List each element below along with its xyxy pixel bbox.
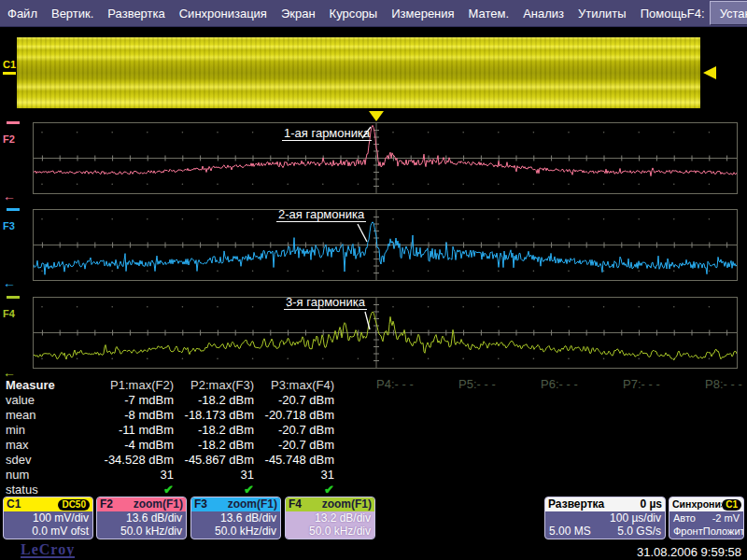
measure-cell: -20.718 dBm [254, 408, 334, 422]
channel-box-f4[interactable]: F4 zoom(F1) 13.2 dB/div 50.0 kHz/div [285, 497, 375, 539]
f3-zero-arrow-icon[interactable]: ← [3, 278, 16, 287]
channel-box-f3[interactable]: F3 zoom(F1) 13.6 dB/div 50.0 kHz/div [190, 497, 281, 539]
measure-cell: -45.867 dBm [174, 453, 254, 467]
menu-item-анализ[interactable]: Анализ [523, 7, 564, 21]
measure-col-empty: P6:- - - [541, 377, 623, 391]
measure-row-max: max-4 mdBm-18.2 dBm-20.7 dBm [0, 437, 747, 452]
channel-box-c1[interactable]: C1 DC50 100 mV/div 0.0 mV ofst [3, 497, 93, 539]
measure-cell: 31 [71, 468, 174, 482]
f4-source-label: zoom(F1) [322, 497, 372, 511]
menu-item-экран[interactable]: Экран [281, 7, 316, 21]
measure-cell: -18.2 dBm [174, 423, 254, 437]
channel-box-f2[interactable]: F2 zoom(F1) 13.6 dB/div 50.0 kHz/div [96, 497, 187, 539]
trigger-delay-marker-icon[interactable] [369, 111, 384, 121]
measure-row-num: num313131 [0, 467, 747, 482]
measure-row-label: sdev [0, 453, 71, 467]
menu-items: ФайлВертик.РазверткаСинхронизацияЭкранКу… [0, 7, 687, 21]
measure-col-empty: P5:- - - [458, 377, 541, 391]
f2-trace-label: F2 [3, 133, 15, 145]
annotation-f4: 3-я гармоника [284, 296, 367, 310]
menu-item-развертка[interactable]: Развертка [107, 7, 164, 21]
f2-zero-arrow-icon[interactable]: ← [3, 191, 16, 201]
f4-box-label: F4 [289, 497, 302, 511]
measure-col-p3: P3:max(F4) [254, 378, 334, 392]
f4-shortcut-label: F4: [687, 7, 705, 21]
trace-f4 [34, 298, 737, 368]
f2-dbdiv: 13.6 dB/div [101, 511, 182, 525]
timebase-rate: 5.0 GS/s [617, 525, 661, 538]
measure-col-p2: P2:max(F3) [174, 378, 254, 392]
menu-item-измерения[interactable]: Измерения [391, 7, 454, 21]
c1-box-label: C1 [7, 497, 21, 511]
c1-offset-marker-icon[interactable] [3, 72, 16, 75]
measure-row-status: status✔✔✔ [0, 482, 747, 497]
menu-item-матем[interactable]: Матем. [469, 7, 510, 21]
timebase-title: Развертка [548, 497, 604, 511]
c1-offset: 0.0 mV ofst [7, 525, 89, 538]
measure-cell: -4 mdBm [71, 438, 174, 452]
measure-col-empty: P7:- - - [623, 377, 705, 391]
f4-zero-arrow-icon[interactable]: ← [3, 368, 16, 377]
f4-offset-marker-icon[interactable] [7, 296, 20, 299]
f3-box-label: F3 [194, 497, 207, 511]
measure-cell: 31 [254, 468, 334, 482]
status-check-icon: ✔ [71, 483, 174, 497]
trigger-source-badge: C1 [722, 499, 741, 511]
trigger-level: -2 mV [712, 511, 740, 525]
f2-offset-marker-icon[interactable] [7, 121, 20, 124]
timebase-box[interactable]: Развертка 0 µs 100 µs/div 5.00 MS 5.0 GS… [544, 497, 666, 539]
menu-item-утилиты[interactable]: Утилиты [578, 7, 627, 21]
c1-waveform [17, 37, 700, 108]
fft-panel-f4 [33, 297, 738, 369]
menu-item-файл[interactable]: Файл [7, 7, 37, 21]
measure-cell: 31 [174, 468, 254, 482]
annotation-f2: 1-ая гармоника [282, 127, 372, 141]
measure-rows: value-7 mdBm-18.2 dBm-20.7 dBmmean-8 mdB… [0, 392, 747, 497]
c1-coupling-badge: DC50 [58, 499, 90, 511]
measure-cell: -18.173 dBm [174, 408, 254, 422]
measure-cell: -20.7 dBm [254, 423, 334, 437]
measure-row-min: min-11 mdBm-18.2 dBm-20.7 dBm [0, 422, 747, 437]
menu-item-синхронизация[interactable]: Синхронизация [179, 7, 267, 21]
lecroy-logo: LeCroy [21, 542, 75, 558]
measure-row-sdev: sdev-34.528 dBm-45.867 dBm-45.748 dBm [0, 452, 747, 467]
timebase-scale: 100 µs/div [545, 511, 665, 525]
measure-cell: -8 mdBm [71, 408, 174, 422]
measure-row-label: mean [0, 408, 71, 422]
measure-cell: -45.748 dBm [254, 453, 334, 467]
trigger-box[interactable]: Синхронизац C1 Авто -2 mV Фронт Положит [669, 497, 744, 539]
f3-offset-marker-icon[interactable] [7, 208, 20, 211]
f4-dbdiv: 13.2 dB/div [289, 511, 371, 525]
trigger-mode: Авто [673, 511, 696, 525]
measure-row-label: min [0, 423, 71, 437]
f4-hzdiv: 50.0 kHz/div [289, 525, 371, 538]
menu-item-вертик[interactable]: Вертик. [51, 7, 93, 21]
setup-button[interactable]: Установки [710, 1, 747, 25]
measure-cell: -20.7 dBm [254, 393, 334, 407]
measure-cell: -34.528 dBm [71, 453, 174, 467]
oscilloscope-screen: ФайлВертик.РазверткаСинхронизацияЭкранКу… [0, 0, 747, 560]
f3-dbdiv: 13.6 dB/div [195, 511, 276, 525]
menu-item-помощь[interactable]: Помощь [641, 7, 687, 21]
measure-row-value: value-7 mdBm-18.2 dBm-20.7 dBm [0, 392, 747, 407]
measure-empty-columns: P4:- - -P5:- - -P6:- - -P7:- - -P8:- - - [376, 377, 747, 391]
menu-item-курсоры[interactable]: Курсоры [330, 7, 378, 21]
measure-cell: -7 mdBm [71, 393, 174, 407]
f3-hzdiv: 50.0 kHz/div [195, 525, 276, 538]
measure-row-label: value [0, 393, 71, 407]
timebase-delay: 0 µs [640, 497, 662, 511]
f2-source-label: zoom(F1) [134, 497, 183, 511]
measure-row-label: num [0, 468, 71, 482]
measure-table: Measure P1:max(F2) P2:max(F3) P3:max(F4)… [0, 377, 747, 497]
measure-cell: -11 mdBm [71, 423, 174, 437]
menu-bar: ФайлВертик.РазверткаСинхронизацияЭкранКу… [0, 0, 747, 27]
trace-f2 [34, 123, 737, 193]
trace-f3 [34, 210, 737, 280]
trigger-title: Синхронизац [672, 497, 722, 511]
f2-hzdiv: 50.0 kHz/div [101, 525, 182, 538]
measure-title: Measure [0, 378, 71, 392]
trigger-level-marker-icon[interactable] [703, 66, 716, 79]
f3-source-label: zoom(F1) [228, 497, 277, 511]
f2-box-label: F2 [100, 497, 113, 511]
measure-row-label: status [0, 483, 71, 497]
